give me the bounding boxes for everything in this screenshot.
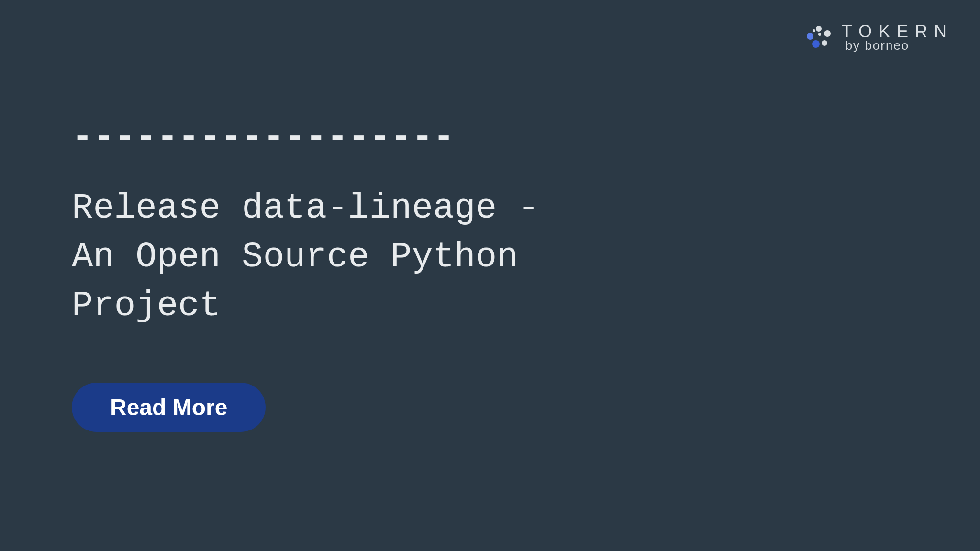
svg-point-3 — [812, 40, 820, 48]
brand-logo: TOKERN by borneo — [805, 23, 953, 52]
headline-text: Release data-lineage - An Open Source Py… — [72, 184, 539, 330]
svg-point-6 — [813, 29, 815, 32]
svg-point-0 — [816, 26, 822, 32]
main-content: ------------------ Release data-lineage … — [72, 120, 539, 432]
svg-point-1 — [824, 30, 831, 37]
decorative-dashes: ------------------ — [72, 120, 539, 155]
logo-title: TOKERN — [842, 23, 953, 40]
svg-point-5 — [818, 33, 821, 36]
svg-point-4 — [822, 40, 827, 46]
logo-mark-icon — [805, 24, 832, 51]
svg-point-2 — [807, 33, 813, 40]
read-more-button[interactable]: Read More — [72, 383, 266, 432]
logo-subtitle: by borneo — [846, 39, 910, 52]
logo-text: TOKERN by borneo — [842, 23, 953, 52]
